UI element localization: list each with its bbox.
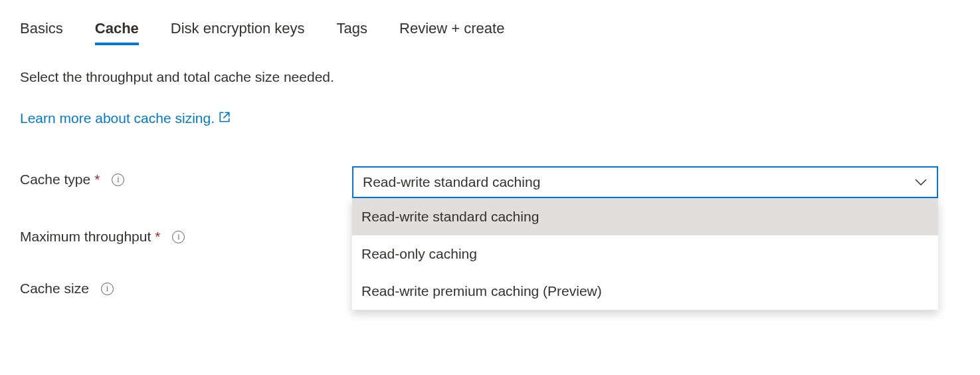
learn-more-text: Learn more about cache sizing.: [20, 110, 215, 126]
max-throughput-label: Maximum throughput: [20, 229, 151, 245]
dropdown-option[interactable]: Read-write premium caching (Preview): [352, 273, 938, 310]
required-indicator: *: [155, 229, 160, 245]
field-label-wrap: Cache size i: [20, 275, 352, 297]
cache-type-selected-value: Read-write standard caching: [363, 174, 540, 190]
chevron-down-icon: [914, 174, 928, 190]
cache-type-dropdown[interactable]: Read-write standard caching: [352, 166, 938, 198]
info-icon[interactable]: i: [172, 231, 185, 243]
required-indicator: *: [94, 172, 100, 188]
dropdown-option[interactable]: Read-write standard caching: [352, 198, 938, 235]
cache-type-control: Read-write standard caching Read-write s…: [352, 166, 938, 198]
field-label-wrap: Cache type * i: [20, 166, 352, 188]
tab-basics[interactable]: Basics: [20, 20, 63, 45]
info-icon[interactable]: i: [112, 174, 124, 186]
field-label-wrap: Maximum throughput * i: [20, 223, 352, 245]
tab-review-create[interactable]: Review + create: [399, 20, 504, 45]
cache-size-label: Cache size: [20, 281, 89, 297]
tab-cache[interactable]: Cache: [95, 20, 139, 45]
tab-description: Select the throughput and total cache si…: [20, 69, 960, 85]
cache-type-label: Cache type: [20, 172, 90, 188]
field-cache-type: Cache type * i Read-write standard cachi…: [20, 166, 960, 198]
learn-more-link[interactable]: Learn more about cache sizing.: [20, 110, 231, 126]
tab-disk-encryption-keys[interactable]: Disk encryption keys: [171, 20, 305, 45]
cache-type-dropdown-list: Read-write standard caching Read-only ca…: [352, 198, 938, 310]
tab-tags[interactable]: Tags: [337, 20, 367, 45]
dropdown-option[interactable]: Read-only caching: [352, 235, 938, 273]
info-icon[interactable]: i: [101, 283, 114, 295]
external-link-icon: [219, 110, 231, 126]
tabs-bar: Basics Cache Disk encryption keys Tags R…: [20, 20, 960, 45]
